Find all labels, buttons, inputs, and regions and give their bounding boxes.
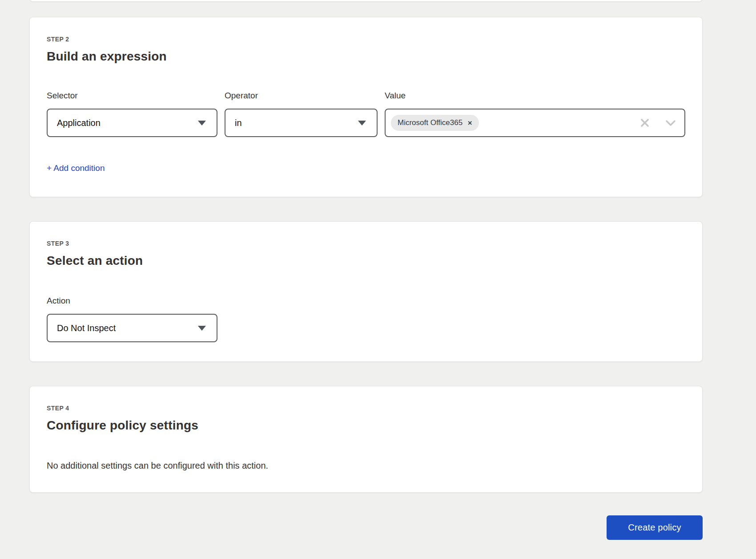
selector-label: Selector — [47, 90, 217, 101]
operator-dropdown[interactable]: in — [225, 109, 378, 137]
expression-condition-row: Selector Application Operator in Value M… — [47, 90, 685, 137]
value-tag: Microsoft Office365 ✕ — [391, 115, 479, 131]
operator-selected-value: in — [235, 118, 242, 128]
policy-builder-page: STEP 2 Build an expression Selector Appl… — [0, 0, 756, 559]
step2-eyebrow: STEP 2 — [47, 35, 685, 43]
step2-card: STEP 2 Build an expression Selector Appl… — [29, 17, 703, 197]
clear-selection-icon[interactable] — [640, 118, 650, 128]
value-label: Value — [385, 90, 685, 101]
no-settings-note: No additional settings can be configured… — [47, 459, 685, 472]
tag-remove-icon[interactable]: ✕ — [467, 120, 472, 126]
operator-field: Operator in — [225, 90, 378, 137]
value-field-controls — [640, 118, 676, 128]
selector-selected-value: Application — [57, 118, 101, 128]
chevron-down-icon[interactable] — [666, 120, 676, 126]
step3-title: Select an action — [47, 253, 685, 269]
selector-field: Selector Application — [47, 90, 217, 137]
step3-card: STEP 3 Select an action Action Do Not In… — [29, 221, 703, 362]
value-tag-label: Microsoft Office365 — [398, 118, 462, 127]
action-field: Action Do Not Inspect — [47, 296, 217, 342]
action-label: Action — [47, 296, 217, 306]
caret-down-icon — [198, 121, 206, 126]
value-multiselect-input[interactable]: Microsoft Office365 ✕ — [385, 109, 685, 137]
action-selected-value: Do Not Inspect — [57, 323, 116, 333]
create-policy-button[interactable]: Create policy — [607, 515, 703, 540]
step3-eyebrow: STEP 3 — [47, 239, 685, 247]
step4-eyebrow: STEP 4 — [47, 404, 685, 412]
caret-down-icon — [198, 326, 206, 331]
value-field: Value Microsoft Office365 ✕ — [385, 90, 685, 137]
selector-dropdown[interactable]: Application — [47, 109, 217, 137]
step4-title: Configure policy settings — [47, 417, 685, 433]
step2-title: Build an expression — [47, 49, 685, 65]
add-condition-link[interactable]: + Add condition — [47, 163, 105, 174]
caret-down-icon — [358, 121, 366, 126]
operator-label: Operator — [225, 90, 378, 101]
previous-card-bottom-edge — [29, 0, 703, 2]
step4-card: STEP 4 Configure policy settings No addi… — [29, 386, 703, 493]
action-dropdown[interactable]: Do Not Inspect — [47, 314, 217, 342]
